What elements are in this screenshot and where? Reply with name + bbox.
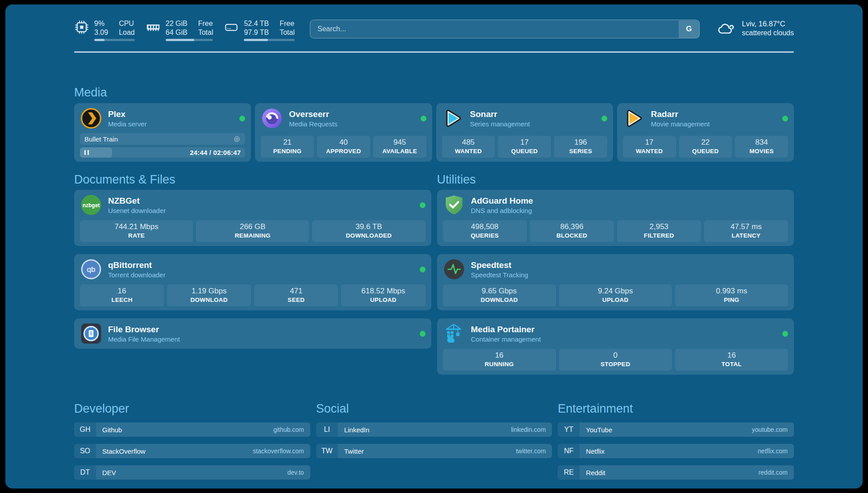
stat-label: FILTERED — [619, 232, 699, 239]
stat-label: PING — [677, 297, 786, 304]
plex-icon — [80, 107, 102, 130]
service-card-media-portainer[interactable]: Media PortainerContainer management16RUN… — [437, 318, 794, 375]
stat-value: 16 — [445, 351, 554, 360]
service-card-plex[interactable]: PlexMedia serverBullet Train24:44 / 02:0… — [74, 103, 251, 162]
stat-tile: 21PENDING — [261, 136, 314, 158]
bookmark-url: youtube.com — [752, 426, 788, 433]
stat-tile: 485WANTED — [442, 136, 495, 158]
memory-icon — [146, 20, 161, 35]
service-title: AdGuard Home — [471, 196, 533, 206]
resource-progressbar — [166, 39, 213, 41]
stat-label: QUEUED — [500, 148, 549, 155]
stat-label: SEED — [256, 297, 336, 304]
bookmark-link-dev[interactable]: DTDEVdev.to — [74, 465, 310, 480]
stat-tile: 9.24 GbpsUPLOAD — [559, 284, 672, 306]
resource-label-2: Total — [198, 28, 213, 37]
stat-label: LEECH — [82, 297, 162, 304]
stat-value: 16 — [82, 286, 162, 296]
playback-progressbar[interactable]: 24:44 / 02:06:47 — [80, 147, 245, 158]
stat-tile: 744.21 MbpsRATE — [80, 220, 193, 242]
bookmark-link-linkedin[interactable]: LILinkedInlinkedin.com — [316, 422, 552, 437]
bookmark-link-twitter[interactable]: TWTwittertwitter.com — [316, 444, 552, 458]
stat-value: 2,953 — [619, 222, 699, 231]
service-card-adguard-home[interactable]: AdGuard HomeDNS and adblocking498,508QUE… — [437, 190, 794, 246]
resource-progress-fill — [166, 39, 194, 41]
pause-icon[interactable] — [84, 150, 89, 155]
service-subtitle: Media server — [108, 120, 147, 128]
speedtest-icon — [443, 258, 465, 280]
bookmarks-section: DeveloperGHGithubgithub.comSOStackOverfl… — [74, 401, 794, 487]
service-card-sonarr[interactable]: SonarrSeries management485WANTED17QUEUED… — [436, 103, 613, 162]
stat-value: 834 — [737, 138, 786, 147]
bookmark-link-github[interactable]: GHGithubgithub.com — [74, 422, 310, 437]
stat-tile: 17WANTED — [623, 136, 676, 158]
service-card-speedtest[interactable]: SpeedtestSpeedtest Tracking9.65 GbpsDOWN… — [437, 254, 794, 310]
bookmark-link-stackoverflow[interactable]: SOStackOverflowstackoverflow.com — [74, 444, 310, 458]
adguard-icon — [443, 194, 465, 216]
service-subtitle: DNS and adblocking — [471, 206, 533, 215]
bookmark-name: Netflix — [586, 447, 605, 455]
section-title-utilities: Utilities — [437, 172, 794, 187]
service-card-file-browser[interactable]: File BrowserMedia File Management — [74, 318, 431, 349]
search-input[interactable] — [310, 20, 700, 38]
stat-value: 9.65 Gbps — [445, 286, 554, 296]
stat-value: 485 — [444, 138, 493, 147]
stat-tile: 22QUEUED — [679, 136, 732, 158]
service-title: Media Portainer — [471, 324, 541, 334]
resource-progressbar — [94, 39, 135, 41]
bookmark-link-netflix[interactable]: NFNetflixnetflix.com — [558, 444, 794, 458]
disk-icon — [224, 20, 239, 35]
stat-label: RUNNING — [445, 361, 554, 368]
bookmark-url: stackoverflow.com — [253, 447, 304, 455]
stat-value: 16 — [677, 351, 786, 360]
resource-value-2: 3.09 — [94, 28, 108, 37]
bookmark-url: twitter.com — [516, 447, 546, 455]
service-card-qbittorrent[interactable]: qbqBittorrentTorrent downloader16LEECH1.… — [74, 254, 431, 310]
service-title: Sonarr — [470, 109, 530, 119]
resource-widgets: 9%3.09CPULoad22 GiB64 GiBFreeTotal52.4 T… — [74, 19, 295, 41]
service-title: File Browser — [108, 324, 180, 334]
bookmark-link-reddit[interactable]: RERedditreddit.com — [558, 465, 794, 480]
stat-label: WANTED — [444, 148, 493, 155]
resource-label-1: Free — [280, 19, 295, 28]
bookmark-name: DEV — [102, 469, 116, 476]
bookmark-abbr: NF — [558, 444, 580, 458]
status-dot — [421, 116, 426, 121]
gear-icon[interactable] — [233, 135, 241, 143]
weather-location-temp: Lviv, 16.87°C — [742, 19, 794, 29]
service-card-nzbget[interactable]: nzbgetNZBGetUsenet downloader744.21 Mbps… — [74, 190, 431, 246]
stat-value: 39.6 TB — [314, 222, 423, 231]
stat-label: AVAILABLE — [375, 148, 425, 155]
bookmark-link-youtube[interactable]: YTYouTubeyoutube.com — [558, 422, 794, 437]
stat-value: 618.52 Mbps — [343, 286, 423, 296]
resource-widget-memory: 22 GiB64 GiBFreeTotal — [146, 19, 213, 41]
weather-widget[interactable]: Lviv, 16.87°C scattered clouds — [716, 19, 794, 38]
resource-value-2: 64 GiB — [166, 28, 188, 37]
playback-time: 24:44 / 02:06:47 — [190, 149, 241, 156]
stat-value: 86,396 — [532, 222, 612, 231]
bookmark-url: netflix.com — [758, 447, 788, 455]
service-title: Radarr — [651, 109, 710, 119]
stat-tile: 16TOTAL — [675, 349, 788, 371]
now-playing-title: Bullet Train — [84, 135, 118, 143]
top-bar: 9%3.09CPULoad22 GiB64 GiBFreeTotal52.4 T… — [74, 4, 794, 41]
resource-label-1: CPU — [119, 19, 135, 28]
stat-tile: 16LEECH — [80, 284, 164, 306]
documents-column: Documents & Files nzbgetNZBGetUsenet dow… — [74, 172, 431, 375]
service-title: Plex — [108, 109, 147, 119]
search-provider-button[interactable]: G — [679, 21, 699, 38]
bookmark-url: linkedin.com — [511, 426, 546, 433]
bookmark-abbr: TW — [316, 444, 338, 458]
stat-value: 471 — [256, 286, 336, 296]
stat-label: SERIES — [556, 148, 605, 155]
resource-label-2: Load — [119, 28, 135, 37]
stat-value: 9.24 Gbps — [561, 286, 670, 296]
service-card-overseerr[interactable]: OverseerrMedia Requests21PENDING40APPROV… — [255, 103, 432, 162]
stat-tile: 86,396BLOCKED — [530, 220, 614, 242]
media-section: PlexMedia serverBullet Train24:44 / 02:0… — [74, 103, 794, 162]
radarr-icon — [623, 107, 645, 130]
service-card-radarr[interactable]: RadarrMovie management17WANTED22QUEUED83… — [617, 103, 794, 162]
stat-tile: 16RUNNING — [443, 349, 556, 371]
service-title: qBittorrent — [108, 260, 165, 270]
stat-value: 498,508 — [445, 222, 525, 231]
